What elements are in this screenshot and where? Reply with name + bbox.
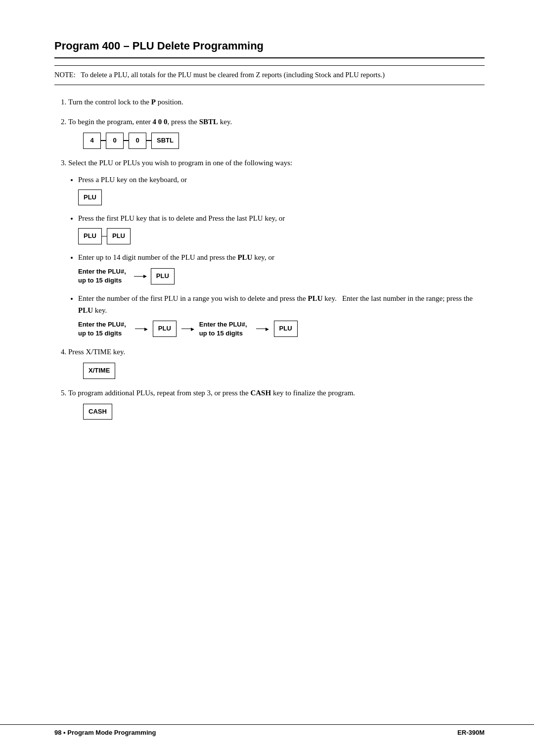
footer-right: ER-390M — [457, 729, 485, 736]
step-4-keys: X/TIME — [83, 363, 485, 379]
step-2-text: To begin the program, enter 4 0 0, press… — [68, 118, 232, 126]
bullet-4-diagram: Enter the PLU#,up to 15 digits PLU Enter… — [78, 320, 485, 338]
step-2: To begin the program, enter 4 0 0, press… — [68, 116, 485, 149]
step-3: Select the PLU or PLUs you wish to progr… — [68, 157, 485, 338]
key-plu-single: PLU — [78, 189, 102, 206]
footer-left: 98 • Program Mode Programming — [54, 729, 156, 736]
enter-plu-label-1: Enter the PLU#,up to 15 digits — [78, 267, 126, 285]
connector — [124, 140, 129, 141]
enter-plu-label-2a: Enter the PLU#,up to 15 digits — [78, 320, 126, 338]
note-label: NOTE: — [54, 71, 76, 79]
key-sbtl: SBTL — [151, 133, 179, 149]
bullet-3-text: Enter up to 14 digit number of the PLU a… — [78, 253, 274, 261]
step-4: Press X/TIME key. X/TIME — [68, 346, 485, 379]
arrow-2a — [135, 326, 148, 332]
bullet-2-diagram: PLU PLU — [78, 228, 485, 244]
bullet-2-text: Press the first PLU key that is to delet… — [78, 214, 285, 222]
page: Program 400 – PLU Delete Programming NOT… — [0, 0, 534, 756]
bullet-4: Enter the number of the first PLU in a r… — [78, 292, 485, 338]
bullet-1-text: Press a PLU key on the keyboard, or — [78, 176, 187, 184]
title-divider — [54, 57, 485, 58]
step-3-text: Select the PLU or PLUs you wish to progr… — [68, 159, 292, 167]
bullet-3-diagram: Enter the PLU#,up to 15 digits PLU — [78, 267, 485, 285]
connector — [101, 140, 106, 141]
note-box: NOTE: To delete a PLU, all totals for th… — [54, 65, 485, 85]
arrow-2b — [181, 326, 194, 332]
step-3-bullets: Press a PLU key on the keyboard, or PLU … — [78, 174, 485, 338]
key-plu-first: PLU — [78, 228, 102, 244]
step-5: To program additional PLUs, repeat from … — [68, 387, 485, 420]
connector — [102, 236, 107, 237]
key-plu-last: PLU — [107, 228, 131, 244]
key-0b: 0 — [129, 133, 146, 149]
arrow-2c — [256, 326, 269, 332]
steps-list: Turn the control lock to the P position.… — [68, 96, 485, 420]
step-5-keys: CASH — [83, 404, 485, 420]
key-plu-enter1: PLU — [151, 268, 175, 284]
step-1-text: Turn the control lock to the P position. — [68, 98, 183, 106]
key-4: 4 — [83, 133, 101, 149]
bullet-3: Enter up to 14 digit number of the PLU a… — [78, 251, 485, 285]
arrow-1 — [134, 273, 147, 280]
step-5-text: To program additional PLUs, repeat from … — [68, 389, 355, 397]
footer: 98 • Program Mode Programming ER-390M — [0, 724, 534, 736]
note-text: To delete a PLU, all totals for the PLU … — [81, 71, 385, 79]
bullet-2: Press the first PLU key that is to delet… — [78, 212, 485, 244]
bullet-4-text: Enter the number of the first PLU in a r… — [78, 294, 473, 314]
key-plu-range2: PLU — [274, 321, 298, 337]
key-xtime: X/TIME — [83, 363, 115, 379]
bullet-1-diagram: PLU — [78, 189, 485, 206]
step-4-text: Press X/TIME key. — [68, 348, 125, 356]
step-2-keys: 4 0 0 SBTL — [83, 133, 485, 149]
enter-plu-label-2b: Enter the PLU#,up to 15 digits — [199, 320, 247, 338]
step-1: Turn the control lock to the P position. — [68, 96, 485, 108]
bullet-1: Press a PLU key on the keyboard, or PLU — [78, 174, 485, 206]
key-plu-range1: PLU — [153, 321, 177, 337]
page-title: Program 400 – PLU Delete Programming — [54, 40, 485, 52]
key-cash: CASH — [83, 404, 112, 420]
connector — [146, 140, 151, 141]
key-0a: 0 — [106, 133, 124, 149]
